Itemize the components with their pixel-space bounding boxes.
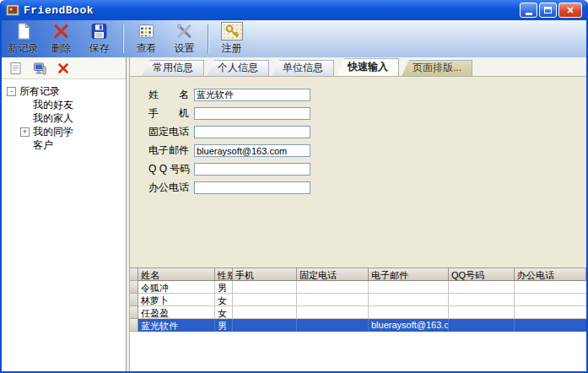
maximize-icon	[544, 7, 552, 14]
mobile-label: 手 机	[148, 106, 191, 121]
delete-x-icon	[51, 22, 71, 41]
register-button[interactable]: 注册	[213, 22, 250, 56]
left-panel: - 所有记录 我的好友 我的家人 + 我的同学 客户	[2, 57, 127, 371]
landline-label: 固定电话	[148, 125, 191, 139]
close-button[interactable]: ✕	[558, 3, 582, 18]
toolbar-button-label: 查看	[137, 41, 157, 56]
main-area: - 所有记录 我的好友 我的家人 + 我的同学 客户	[2, 57, 586, 371]
email-label: 电子邮件	[148, 143, 191, 158]
friendbook-app-icon	[6, 3, 19, 17]
column-header-mobile[interactable]: 手机	[233, 268, 297, 281]
quick-input-page: 姓 名 手 机 固定电话 电子邮件 Q Q 号码	[130, 77, 586, 268]
maximize-button[interactable]	[539, 3, 557, 18]
register-key-icon	[221, 22, 243, 41]
table-row[interactable]: 令狐冲 男	[130, 281, 586, 294]
toolbar-separator	[208, 24, 208, 53]
main-toolbar: 新记录 删除 保存 查看	[2, 20, 586, 57]
name-label: 姓 名	[148, 88, 191, 102]
view-grid-icon	[137, 22, 156, 41]
notes-icon[interactable]	[9, 62, 23, 75]
row-header-corner	[130, 268, 138, 281]
records-tree: - 所有记录 我的好友 我的家人 + 我的同学 客户	[2, 79, 126, 157]
column-header-gender[interactable]: 性别	[215, 268, 233, 281]
office-phone-label: 办公电话	[148, 181, 191, 195]
tree-item-all-records[interactable]: - 所有记录	[3, 84, 124, 98]
tab-common-info[interactable]: 常用信息	[142, 60, 204, 76]
new-document-icon	[13, 22, 33, 41]
settings-button[interactable]: 设置	[166, 22, 202, 56]
tree-item-my-friends[interactable]: 我的好友	[3, 98, 124, 111]
column-header-email[interactable]: 电子邮件	[369, 268, 449, 281]
qq-label: Q Q 号码	[148, 162, 191, 176]
tree-item-label: 客户	[33, 138, 53, 153]
close-icon: ✕	[566, 5, 574, 16]
column-header-office-phone[interactable]: 办公电话	[515, 268, 586, 281]
toolbar-button-label: 删除	[51, 41, 72, 56]
column-header-qq[interactable]: QQ号码	[449, 268, 515, 281]
column-header-landline[interactable]: 固定电话	[297, 268, 369, 281]
settings-tools-icon	[175, 22, 194, 41]
tab-company-info[interactable]: 单位信息	[272, 60, 334, 76]
table-header-row: 姓名 性别 手机 固定电话 电子邮件 QQ号码 办公电话	[130, 268, 586, 281]
delete-x-icon[interactable]	[57, 62, 70, 75]
name-input[interactable]	[194, 89, 310, 101]
tree-item-label: 所有记录	[19, 84, 60, 99]
tab-personal-info[interactable]: 个人信息	[207, 60, 269, 76]
office-phone-input[interactable]	[194, 181, 310, 194]
toolbar-button-label: 设置	[175, 41, 195, 56]
mobile-input[interactable]	[194, 107, 310, 120]
friendbook-window: FriendBook ✕ 新记录 删除	[0, 0, 588, 373]
landline-input[interactable]	[194, 126, 310, 138]
tree-item-my-classmates[interactable]: + 我的同学	[3, 125, 124, 138]
column-header-name[interactable]: 姓名	[138, 268, 215, 281]
qq-input[interactable]	[194, 163, 310, 176]
table-row-selected[interactable]: 蓝光软件 男 blueraysoft@163.com	[130, 319, 586, 332]
save-floppy-icon	[89, 22, 109, 41]
email-input[interactable]	[194, 144, 310, 157]
toolbar-button-label: 新记录	[8, 41, 39, 56]
row-header[interactable]	[130, 306, 138, 319]
tree-item-customers[interactable]: 客户	[3, 138, 124, 152]
tree-item-label: 我的好友	[33, 98, 73, 112]
delete-button[interactable]: 删除	[43, 22, 79, 56]
expand-icon[interactable]: +	[20, 127, 30, 137]
contacts-table: 姓名 性别 手机 固定电话 电子邮件 QQ号码 办公电话 令狐冲 男	[130, 268, 586, 332]
collapse-icon[interactable]: -	[7, 87, 16, 96]
tree-item-label: 我的同学	[33, 125, 73, 139]
tree-item-label: 我的家人	[33, 111, 73, 126]
window-controls: ✕	[520, 3, 582, 18]
tab-page-layout[interactable]: 页面排版...	[402, 60, 472, 76]
toolbar-button-label: 注册	[222, 41, 242, 56]
row-header[interactable]	[130, 319, 138, 332]
row-header[interactable]	[130, 281, 138, 294]
minimize-icon	[526, 13, 532, 15]
title-bar[interactable]: FriendBook ✕	[2, 0, 586, 20]
row-header[interactable]	[130, 294, 138, 306]
table-row[interactable]: 任盈盈 女	[130, 306, 586, 319]
minimize-button[interactable]	[520, 3, 537, 18]
toolbar-button-label: 保存	[89, 41, 110, 56]
new-record-button[interactable]: 新记录	[5, 22, 41, 56]
table-row[interactable]: 林萝卜 女	[130, 294, 586, 306]
tree-item-my-family[interactable]: 我的家人	[3, 111, 124, 125]
tab-quick-input[interactable]: 快速输入	[337, 58, 399, 76]
window-title: FriendBook	[24, 4, 94, 17]
tab-bar: 常用信息 个人信息 单位信息 快速输入 页面排版...	[130, 57, 586, 77]
tree-toolbar	[2, 57, 126, 79]
right-area: 常用信息 个人信息 单位信息 快速输入 页面排版... 姓 名 手 机 固定电话	[130, 57, 586, 371]
toolbar-separator	[122, 24, 123, 53]
view-button[interactable]: 查看	[128, 22, 165, 56]
table-empty-area	[130, 332, 586, 371]
computer-icon[interactable]	[33, 62, 46, 75]
save-button[interactable]: 保存	[81, 22, 117, 56]
